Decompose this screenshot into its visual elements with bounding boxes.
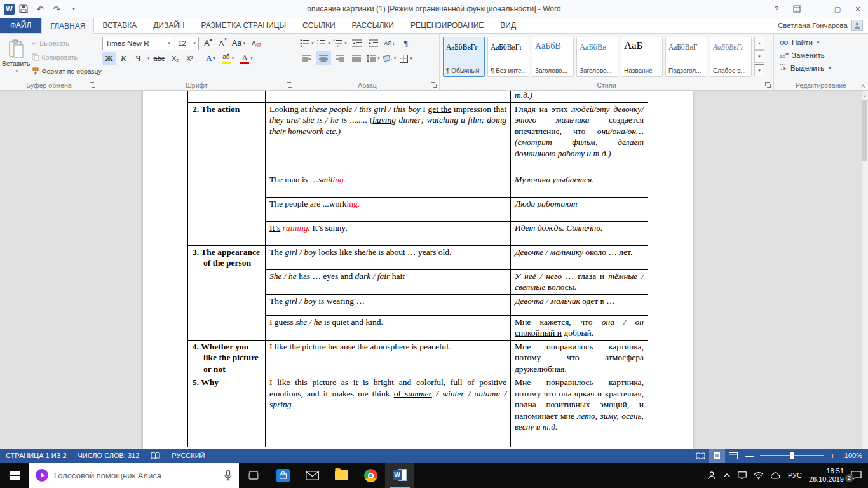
table-cell[interactable]: Мне понравилось картинка, потому что атм…	[511, 340, 648, 376]
table-cell[interactable]: Девочке / мальчику около … лет.	[511, 245, 648, 269]
document-page[interactable]: т.д.)2. The actionLooking at these peopl…	[143, 91, 693, 449]
save-button[interactable]	[16, 2, 31, 16]
table-cell[interactable]	[188, 91, 266, 102]
replace-button[interactable]: ab Заменить	[776, 49, 866, 62]
table-cell[interactable]: У неё / него … глаза и тёмные / светлые …	[511, 269, 648, 294]
font-size-combo[interactable]: 12 ▾	[175, 37, 199, 50]
wifi-icon[interactable]	[754, 471, 764, 480]
help-button[interactable]: ?	[766, 0, 787, 18]
tab-file[interactable]: ФАЙЛ	[0, 18, 41, 33]
collapse-ribbon-button[interactable]: ˄	[861, 83, 865, 90]
tab-references[interactable]: ССЫЛКИ	[294, 18, 343, 33]
proofing-status-button[interactable]	[145, 449, 166, 463]
cut-button[interactable]: ✂ Вырезать	[31, 37, 103, 50]
people-icon[interactable]	[707, 471, 716, 480]
style-subtle-emphasis[interactable]: АаБбВвГг Слабое в...	[710, 37, 752, 77]
table-cell[interactable]: I like this picture as it is bright and …	[266, 376, 511, 447]
underline-button[interactable]: Ч	[132, 52, 145, 65]
task-view-button[interactable]	[239, 463, 268, 488]
scroll-up-arrow-icon[interactable]: ▴	[862, 91, 868, 100]
start-button[interactable]	[0, 463, 29, 488]
table-cell[interactable]: The girl / boy is wearing …	[266, 294, 511, 315]
tab-page-layout[interactable]: РАЗМЕТКА СТРАНИЦЫ	[193, 18, 295, 33]
word-count-indicator[interactable]: ЧИСЛО СЛОВ: 312	[72, 449, 146, 463]
taskbar-app-word[interactable]: W	[385, 463, 414, 488]
close-button[interactable]: ✕	[848, 0, 868, 18]
format-painter-button[interactable]: Формат по образцу	[31, 65, 103, 78]
tab-insert[interactable]: ВСТАВКА	[94, 18, 145, 33]
taskbar-app-mail[interactable]	[297, 463, 327, 488]
table-cell[interactable]: т.д.)	[511, 91, 648, 102]
zoom-slider-thumb[interactable]	[790, 452, 794, 459]
language-indicator[interactable]: РУС	[788, 471, 802, 479]
shrink-font-button[interactable]: А▼	[215, 37, 228, 50]
display-icon[interactable]	[738, 471, 747, 479]
style-heading1[interactable]: АаБбВ Заголово...	[532, 37, 574, 77]
vertical-scrollbar[interactable]: ▴	[861, 91, 868, 449]
style-no-spacing[interactable]: АаБбВвГг ¶ Без инте...	[487, 37, 529, 77]
table-cell[interactable]: The girl / boy looks like she/he is abou…	[266, 245, 511, 269]
action-center-button[interactable]: 2	[851, 471, 862, 480]
align-center-button[interactable]	[316, 51, 331, 65]
web-layout-button[interactable]	[725, 449, 742, 463]
zoom-in-button[interactable]: +	[826, 451, 839, 461]
print-layout-button[interactable]	[709, 449, 725, 463]
table-cell[interactable]: Мужчина улыбается.	[511, 173, 648, 197]
tab-mailings[interactable]: РАССЫЛКИ	[344, 18, 402, 33]
avatar[interactable]	[851, 20, 863, 31]
strikethrough-button[interactable]: abc	[151, 52, 168, 65]
styles-scroll-down-button[interactable]: ▾	[754, 50, 764, 63]
decrease-indent-button[interactable]	[349, 36, 364, 50]
table-cell[interactable]: 2. The action	[188, 102, 266, 245]
text-effects-button[interactable]: А▾	[203, 52, 218, 65]
hidden-icons-chevron-icon[interactable]	[723, 473, 731, 478]
bullets-button[interactable]: ▾	[299, 36, 315, 50]
undo-button[interactable]: ↶	[32, 2, 48, 16]
taskbar-app-store[interactable]	[268, 463, 297, 488]
microphone-icon[interactable]	[224, 470, 233, 481]
highlight-color-button[interactable]: аб ▾	[219, 52, 237, 65]
table-cell[interactable]: 3. The appearance of the person	[188, 245, 266, 340]
table-cell[interactable]: Мне кажется, что она / он спокойный и до…	[511, 315, 648, 340]
clock[interactable]: 18:51 26.10.2019	[809, 467, 844, 484]
cloud-icon[interactable]	[771, 472, 781, 479]
justify-button[interactable]	[349, 51, 364, 65]
language-indicator[interactable]: РУССКИЙ	[166, 449, 210, 463]
search-box[interactable]: Голосовой помощник Алиса	[29, 463, 239, 488]
clear-formatting-button[interactable]: А	[249, 37, 264, 50]
table-cell[interactable]: Мне понравилось картинка, потому что она…	[511, 376, 648, 447]
account-area[interactable]: Светлана Гончарова	[778, 18, 868, 33]
zoom-level[interactable]: 100%	[839, 449, 868, 463]
font-dialog-launcher[interactable]	[286, 81, 293, 88]
subscript-button[interactable]: X₂	[168, 52, 182, 65]
customize-quick-access-button[interactable]: ▾	[65, 2, 81, 16]
numbering-button[interactable]: ▾	[316, 36, 331, 50]
minimize-button[interactable]: —	[807, 0, 827, 18]
find-button[interactable]: Найти ▾	[776, 36, 866, 49]
table-cell[interactable]: Девочка / мальчик одет в …	[511, 294, 648, 315]
styles-more-button[interactable]: ▾	[754, 64, 764, 76]
zoom-out-button[interactable]: —	[742, 451, 757, 461]
style-subtitle[interactable]: АаБбВвГ Подзагол...	[665, 37, 707, 77]
align-right-button[interactable]	[332, 51, 348, 65]
table-cell[interactable]: 5. Why	[188, 376, 266, 447]
taskbar-app-explorer[interactable]	[327, 463, 356, 488]
show-paragraph-marks-button[interactable]: ¶	[398, 36, 414, 50]
redo-button[interactable]: ↷	[49, 2, 64, 16]
style-heading2[interactable]: АаБбВв Заголово...	[576, 37, 618, 77]
table-cell[interactable]: The man is …smiling.	[266, 173, 511, 197]
taskbar-app-chrome[interactable]	[356, 463, 385, 488]
font-name-combo[interactable]: Times New R ▾	[102, 37, 173, 50]
paste-button[interactable]: Вставить ▾	[2, 36, 31, 78]
italic-button[interactable]: К	[117, 52, 130, 65]
align-left-button[interactable]	[299, 51, 315, 65]
maximize-button[interactable]: ▢	[827, 0, 848, 18]
increase-indent-button[interactable]	[365, 36, 381, 50]
superscript-button[interactable]: X²	[183, 52, 196, 65]
table-cell[interactable]: It’s raining. It’s sunny.	[266, 221, 511, 245]
tab-home[interactable]: ГЛАВНАЯ	[41, 18, 94, 34]
bold-button[interactable]: Ж	[102, 52, 116, 65]
style-title[interactable]: АаБ Название	[621, 37, 663, 77]
multilevel-list-button[interactable]: ▾	[332, 36, 348, 50]
paragraph-dialog-launcher[interactable]	[430, 81, 437, 88]
